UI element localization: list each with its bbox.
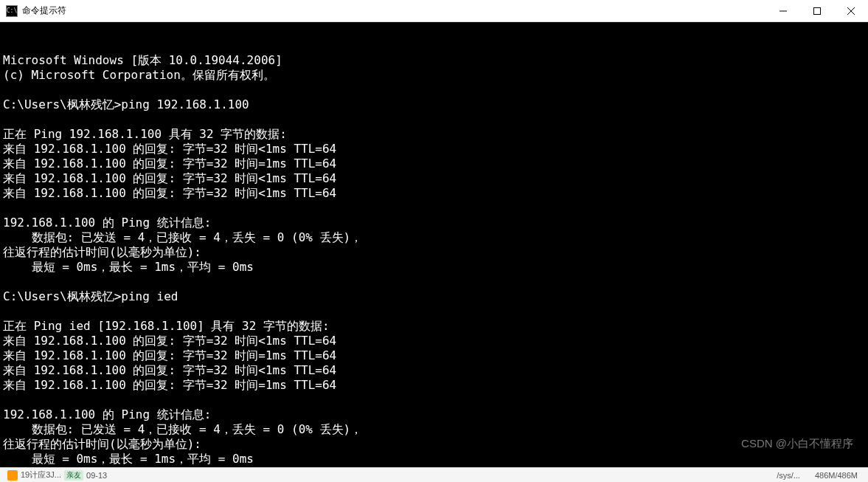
terminal-line: 最短 = 0ms，最长 = 1ms，平均 = 0ms xyxy=(3,452,865,466)
terminal-line xyxy=(3,393,865,407)
taskbar-item[interactable]: 19计应3J... 亲友 09-13 xyxy=(3,469,111,481)
terminal-line: 来自 192.168.1.100 的回复: 字节=32 时间=1ms TTL=6… xyxy=(3,378,865,393)
terminal-line: 来自 192.168.1.100 的回复: 字节=32 时间<1ms TTL=6… xyxy=(3,363,865,378)
titlebar[interactable]: C:\ 命令提示符 xyxy=(0,0,868,22)
maximize-button[interactable] xyxy=(800,0,834,21)
terminal-line: 来自 192.168.1.100 的回复: 字节=32 时间=1ms TTL=6… xyxy=(3,156,865,171)
taskbar-date: 09-13 xyxy=(86,471,107,480)
terminal-line: 来自 192.168.1.100 的回复: 字节=32 时间<1ms TTL=6… xyxy=(3,142,865,156)
terminal-line: 来自 192.168.1.100 的回复: 字节=32 时间<1ms TTL=6… xyxy=(3,171,865,186)
folder-icon xyxy=(7,470,18,481)
minimize-button[interactable] xyxy=(766,0,800,21)
taskbar: 19计应3J... 亲友 09-13 /sys/... 486M/486M xyxy=(0,467,868,482)
minimize-icon xyxy=(780,7,787,15)
terminal-line xyxy=(3,83,865,97)
terminal-line: 192.168.1.100 的 Ping 统计信息: xyxy=(3,216,865,230)
close-icon xyxy=(847,7,855,15)
terminal-content: Microsoft Windows [版本 10.0.19044.2006](c… xyxy=(3,53,865,467)
terminal-line xyxy=(3,466,865,467)
terminal-line: 192.168.1.100 的 Ping 统计信息: xyxy=(3,407,865,422)
terminal-line xyxy=(3,304,865,319)
terminal-line: C:\Users\枫林残忆>ping 192.168.1.100 xyxy=(3,97,865,112)
terminal-line: 往返行程的估计时间(以毫秒为单位): xyxy=(3,245,865,260)
terminal-line xyxy=(3,112,865,127)
terminal-line xyxy=(3,201,865,216)
window: C:\ 命令提示符 Microsoft Windows [版本 10.0.190… xyxy=(0,0,868,482)
terminal-line: 数据包: 已发送 = 4，已接收 = 4，丢失 = 0 (0% 丢失)， xyxy=(3,230,865,245)
terminal-line: Microsoft Windows [版本 10.0.19044.2006] xyxy=(3,53,865,68)
terminal-line: 正在 Ping 192.168.1.100 具有 32 字节的数据: xyxy=(3,127,865,142)
terminal-line: 往返行程的估计时间(以毫秒为单位): xyxy=(3,437,865,452)
terminal-line xyxy=(3,275,865,289)
terminal-output[interactable]: Microsoft Windows [版本 10.0.19044.2006](c… xyxy=(0,22,868,467)
terminal-line: (c) Microsoft Corporation。保留所有权利。 xyxy=(3,68,865,83)
taskbar-badge: 亲友 xyxy=(64,470,83,481)
close-button[interactable] xyxy=(834,0,868,21)
cmd-icon: C:\ xyxy=(6,5,18,17)
terminal-line: 正在 Ping ied [192.168.1.100] 具有 32 字节的数据: xyxy=(3,319,865,334)
window-title: 命令提示符 xyxy=(22,4,766,17)
taskbar-item-label: 19计应3J... xyxy=(21,469,61,481)
taskbar-path: /sys/... xyxy=(777,471,800,480)
svg-rect-1 xyxy=(814,7,821,14)
taskbar-right: /sys/... 486M/486M xyxy=(777,471,865,480)
window-controls xyxy=(766,0,868,21)
terminal-line: 数据包: 已发送 = 4，已接收 = 4，丢失 = 0 (0% 丢失)， xyxy=(3,422,865,437)
terminal-line: 来自 192.168.1.100 的回复: 字节=32 时间<1ms TTL=6… xyxy=(3,334,865,348)
taskbar-memory: 486M/486M xyxy=(815,471,858,480)
terminal-line: 来自 192.168.1.100 的回复: 字节=32 时间<1ms TTL=6… xyxy=(3,186,865,201)
maximize-icon xyxy=(813,7,821,15)
terminal-line: 来自 192.168.1.100 的回复: 字节=32 时间=1ms TTL=6… xyxy=(3,348,865,363)
terminal-line: C:\Users\枫林残忆>ping ied xyxy=(3,289,865,304)
terminal-line: 最短 = 0ms，最长 = 1ms，平均 = 0ms xyxy=(3,260,865,275)
